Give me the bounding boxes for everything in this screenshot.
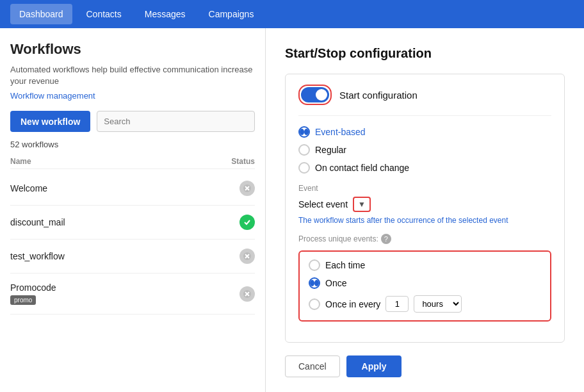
- radio-label-contact-field: On contact field change: [315, 163, 409, 173]
- nav-contacts[interactable]: Contacts: [77, 4, 131, 24]
- main-layout: Workflows Automated workflows help build…: [0, 28, 584, 392]
- process-unique-label: Process unique events: ?: [298, 234, 551, 244]
- nav-dashboard[interactable]: Dashboard: [10, 4, 72, 24]
- status-icon-disabled: [239, 249, 255, 264]
- nav-campaigns[interactable]: Campaigns: [200, 4, 263, 24]
- chevron-down-icon: ▼: [358, 200, 366, 209]
- table-row[interactable]: test_workflow: [10, 240, 255, 274]
- page-subtitle: Automated workflows help build effective…: [10, 64, 255, 87]
- select-event-text: Select event: [298, 199, 348, 209]
- start-config-label: Start configuration: [339, 90, 418, 101]
- toggle-wrapper: [298, 85, 332, 105]
- radio-regular[interactable]: Regular: [298, 144, 551, 156]
- radio-label-once: Once: [325, 278, 346, 288]
- workflow-name: test_workflow: [10, 251, 65, 261]
- left-panel: Workflows Automated workflows help build…: [0, 28, 266, 392]
- radio-circle-contact-field: [298, 162, 310, 174]
- new-workflow-button[interactable]: New workflow: [10, 111, 90, 132]
- workflow-management-link[interactable]: Workflow management: [10, 91, 255, 101]
- apply-button[interactable]: Apply: [346, 355, 402, 377]
- toolbar: New workflow: [10, 111, 255, 132]
- table-row[interactable]: discount_mail: [10, 206, 255, 240]
- start-config-toggle[interactable]: [301, 87, 329, 102]
- cancel-button[interactable]: Cancel: [285, 355, 340, 377]
- col-name: Name: [10, 157, 31, 166]
- svg-point-3: [243, 218, 251, 226]
- radio-label-event-based: Event-based: [315, 127, 366, 137]
- radio-each-time[interactable]: Each time: [309, 259, 541, 271]
- unique-events-box: Each time Once Once in every hours days: [298, 250, 551, 322]
- radio-label-regular: Regular: [315, 145, 346, 155]
- event-section-label: Event: [298, 184, 551, 193]
- help-icon[interactable]: ?: [381, 234, 391, 244]
- workflow-name: Welcome: [10, 183, 47, 193]
- radio-label-each-time: Each time: [325, 260, 365, 270]
- radio-circle-event-based: [298, 126, 310, 138]
- radio-circle-once-in-every: [309, 298, 320, 310]
- workflow-count: 52 workflows: [10, 140, 255, 149]
- workflow-name: discount_mail: [10, 217, 65, 227]
- process-unique-text: Process unique events:: [298, 234, 378, 243]
- table-row[interactable]: Promocode promo: [10, 274, 255, 314]
- table-header: Name Status: [10, 154, 255, 169]
- config-title: Start/Stop configuration: [285, 46, 565, 61]
- page-title: Workflows: [10, 41, 255, 58]
- start-config-row: Start configuration: [298, 85, 551, 116]
- table-row[interactable]: Welcome: [10, 172, 255, 206]
- radio-label-once-in-every: Once in every: [325, 299, 380, 309]
- event-section: Event Select event ▼ The workflow starts…: [298, 184, 551, 225]
- status-icon-disabled: [239, 181, 255, 196]
- trigger-type-radio-group: Event-based Regular On contact field cha…: [298, 126, 551, 174]
- top-navigation: Dashboard Contacts Messages Campaigns: [0, 0, 584, 28]
- once-in-every-number-input[interactable]: [385, 296, 409, 312]
- status-icon-enabled: [239, 215, 255, 230]
- radio-once[interactable]: Once: [309, 277, 541, 289]
- promo-badge: promo: [10, 295, 36, 305]
- radio-circle-each-time: [309, 259, 320, 271]
- radio-contact-field[interactable]: On contact field change: [298, 162, 551, 174]
- select-event-dropdown[interactable]: ▼: [353, 197, 371, 212]
- col-status: Status: [231, 157, 255, 166]
- radio-circle-once: [309, 277, 320, 289]
- status-icon-disabled: [239, 286, 255, 302]
- search-input[interactable]: [97, 111, 255, 132]
- workflow-name: Promocode promo: [10, 282, 56, 305]
- right-panel: Start/Stop configuration Start configura…: [266, 28, 584, 392]
- radio-event-based[interactable]: Event-based: [298, 126, 551, 138]
- once-in-every-row: Once in every hours days weeks: [309, 295, 541, 313]
- radio-circle-regular: [298, 144, 310, 156]
- config-card: Start configuration Event-based Regular …: [285, 74, 565, 343]
- nav-messages[interactable]: Messages: [136, 4, 195, 24]
- hours-select[interactable]: hours days weeks: [414, 295, 462, 313]
- event-hint: The workflow starts after the occurrence…: [298, 216, 551, 225]
- select-event-row: Select event ▼: [298, 197, 551, 212]
- button-row: Cancel Apply: [285, 355, 565, 377]
